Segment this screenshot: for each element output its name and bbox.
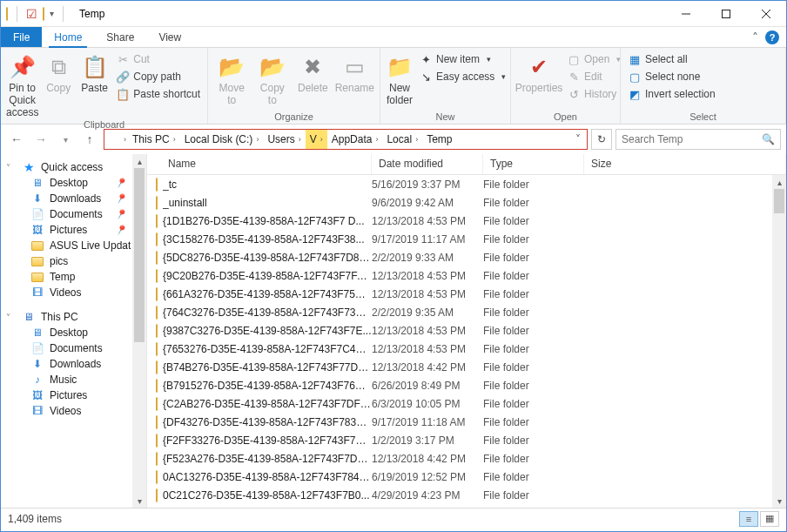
file-row[interactable]: {DF43276-D35E-4139-858A-12F743F78302...9… bbox=[147, 413, 772, 431]
file-row[interactable]: {F2FF33276-D35E-4139-858A-12F743F74F...1… bbox=[147, 431, 772, 449]
forward-button[interactable]: → bbox=[30, 129, 51, 150]
paste-shortcut-button[interactable]: 📋Paste shortcut bbox=[114, 86, 202, 102]
select-all-button[interactable]: ▦Select all bbox=[626, 51, 717, 67]
sidebar-item[interactable]: pics bbox=[1, 253, 146, 269]
column-type[interactable]: Type bbox=[483, 154, 584, 174]
scroll-down-icon[interactable]: ▾ bbox=[132, 494, 146, 508]
file-row[interactable]: {9C20B276-D35E-4139-858A-12F743F7FA...12… bbox=[147, 266, 772, 285]
sidebar-item[interactable]: 🎞Videos bbox=[1, 285, 146, 300]
file-row[interactable]: _uninstall9/6/2019 9:42 AMFile folder bbox=[147, 193, 772, 212]
file-row[interactable]: 0AC13276-D35E-4139-858A-12F743F7841...6/… bbox=[147, 468, 772, 486]
close-button[interactable] bbox=[746, 1, 786, 26]
file-row[interactable]: {B74B276-D35E-4139-858A-12F743F77D1...12… bbox=[147, 358, 772, 376]
breadcrumb-item[interactable]: Local Disk (C:)› bbox=[180, 130, 264, 149]
details-view-button[interactable]: ≡ bbox=[739, 511, 758, 527]
help-icon[interactable]: ? bbox=[765, 30, 779, 44]
cut-button[interactable]: ✂Cut bbox=[114, 51, 202, 67]
tab-file[interactable]: File bbox=[1, 27, 42, 47]
sidebar-item[interactable]: 🖼Pictures bbox=[1, 387, 146, 403]
history-button[interactable]: ↺History bbox=[565, 86, 622, 102]
file-scrollbar[interactable]: ▴ ▾ bbox=[772, 175, 786, 508]
easy-access-button[interactable]: ↘Easy access▾ bbox=[417, 69, 508, 84]
collapse-icon[interactable]: ˅ bbox=[6, 163, 17, 172]
column-date[interactable]: Date modified bbox=[372, 154, 483, 174]
tab-view[interactable]: View bbox=[146, 27, 193, 47]
sidebar-item[interactable]: 📄Documents bbox=[1, 340, 146, 356]
sidebar-item[interactable]: Temp bbox=[1, 269, 146, 285]
sidebar-item[interactable]: 🎞Videos bbox=[1, 403, 146, 419]
file-row[interactable]: 0C21C276-D35E-4139-858A-12F743F7B0...4/2… bbox=[147, 486, 772, 504]
scroll-up-icon[interactable]: ▴ bbox=[132, 154, 146, 168]
address-dropdown-icon[interactable]: ˅ bbox=[569, 133, 587, 145]
tab-share[interactable]: Share bbox=[94, 27, 146, 47]
invert-selection-button[interactable]: ◩Invert selection bbox=[626, 86, 717, 102]
up-button[interactable]: ↑ bbox=[79, 129, 100, 150]
sidebar-scrollbar[interactable]: ▴ ▾ bbox=[132, 154, 146, 508]
file-row[interactable]: {764C3276-D35E-4139-858A-12F743F73E0...2… bbox=[147, 303, 772, 321]
breadcrumb-item[interactable]: AppData› bbox=[327, 130, 383, 149]
search-box[interactable]: 🔍 bbox=[615, 129, 781, 150]
sidebar-item[interactable]: ♪Music bbox=[1, 372, 146, 387]
column-name[interactable]: Name bbox=[147, 154, 372, 174]
file-row[interactable]: {7653276-D35E-4139-858A-12F743F7C4D...12… bbox=[147, 340, 772, 358]
qat-properties-icon[interactable]: ☑ bbox=[26, 7, 37, 21]
back-button[interactable]: ← bbox=[6, 129, 27, 150]
pin-to-quick-access-button[interactable]: 📌 Pin to Quick access bbox=[6, 50, 38, 118]
file-row[interactable]: {1D1B276-D35E-4139-858A-12F743F7 D...12/… bbox=[147, 212, 772, 230]
delete-button[interactable]: ✖Delete bbox=[294, 50, 332, 95]
open-button[interactable]: ▢Open▾ bbox=[565, 51, 622, 67]
file-row[interactable]: {B7915276-D35E-4139-858A-12F743F76A3...6… bbox=[147, 376, 772, 394]
tab-home[interactable]: Home bbox=[42, 27, 94, 47]
file-row[interactable]: {F523A276-D35E-4139-858A-12F743F7D9...12… bbox=[147, 449, 772, 468]
refresh-button[interactable]: ↻ bbox=[591, 129, 612, 150]
breadcrumb-item[interactable]: Users› bbox=[263, 130, 305, 149]
properties-button[interactable]: ✔Properties bbox=[516, 50, 562, 95]
file-row[interactable]: {C2AB276-D35E-4139-858A-12F743F7DFE...6/… bbox=[147, 394, 772, 413]
sidebar-item[interactable]: ⬇Downloads bbox=[1, 356, 146, 372]
new-folder-button[interactable]: 📁New folder bbox=[386, 50, 414, 107]
sidebar-item[interactable]: 🖥Desktop📍 bbox=[1, 175, 146, 191]
collapse-icon[interactable]: ˅ bbox=[6, 313, 17, 322]
select-none-button[interactable]: ▢Select none bbox=[626, 69, 717, 84]
file-row[interactable]: _tc5/16/2019 3:37 PMFile folder bbox=[147, 175, 772, 193]
sidebar-item[interactable]: ASUS Live Updat bbox=[1, 238, 146, 253]
recent-locations-button[interactable]: ▾ bbox=[55, 129, 76, 150]
breadcrumb-item[interactable]: This PC› bbox=[128, 130, 180, 149]
breadcrumb-item[interactable]: Local› bbox=[382, 130, 422, 149]
scrollbar-thumb[interactable] bbox=[134, 168, 145, 342]
file-row[interactable]: {661A3276-D35E-4139-858A-12F743F75AF...1… bbox=[147, 285, 772, 303]
sidebar-this-pc[interactable]: ˅ 🖥 This PC bbox=[1, 309, 146, 325]
paste-button[interactable]: 📋 Paste bbox=[78, 50, 111, 95]
copy-to-button[interactable]: 📂Copy to bbox=[254, 50, 292, 107]
sidebar-item[interactable]: 🖼Pictures📍 bbox=[1, 222, 146, 238]
address-bar[interactable]: › This PC›Local Disk (C:)›Users›V›AppDat… bbox=[104, 129, 588, 150]
sidebar-quick-access[interactable]: ˅ ★ Quick access bbox=[1, 159, 146, 175]
rename-button[interactable]: ▭Rename bbox=[335, 50, 374, 95]
select-none-icon: ▢ bbox=[628, 70, 642, 84]
thumbnails-view-button[interactable]: ▦ bbox=[760, 511, 779, 527]
file-row[interactable]: {3C158276-D35E-4139-858A-12F743F38...9/1… bbox=[147, 230, 772, 248]
move-to-button[interactable]: 📂Move to bbox=[213, 50, 251, 107]
file-row[interactable]: {9387C3276-D35E-4139-858A-12F743F7E...12… bbox=[147, 321, 772, 340]
column-size[interactable]: Size bbox=[584, 154, 786, 174]
breadcrumb-item[interactable]: Temp bbox=[422, 130, 456, 149]
new-item-button[interactable]: ✦New item▾ bbox=[417, 51, 508, 67]
sidebar-item[interactable]: 📄Documents📍 bbox=[1, 206, 146, 222]
scroll-up-icon[interactable]: ▴ bbox=[772, 175, 786, 189]
scrollbar-thumb[interactable] bbox=[774, 189, 784, 213]
file-row[interactable]: {5DC8276-D35E-4139-858A-12F743F7D8A...2/… bbox=[147, 248, 772, 266]
sidebar-item[interactable]: 🖥Desktop bbox=[1, 325, 146, 340]
sidebar-item[interactable]: ⬇Downloads📍 bbox=[1, 191, 146, 206]
downloads-icon: ⬇ bbox=[30, 358, 44, 370]
copy-path-button[interactable]: 🔗Copy path bbox=[114, 69, 202, 84]
qat-dropdown-icon[interactable]: ▾ bbox=[50, 9, 54, 18]
folder-icon bbox=[156, 361, 158, 374]
scroll-down-icon[interactable]: ▾ bbox=[772, 494, 786, 508]
maximize-button[interactable] bbox=[706, 1, 746, 26]
search-input[interactable] bbox=[622, 133, 762, 145]
minimize-button[interactable] bbox=[666, 1, 706, 26]
breadcrumb-item[interactable]: V› bbox=[306, 130, 327, 149]
edit-button[interactable]: ✎Edit bbox=[565, 69, 622, 84]
ribbon-collapse-icon[interactable]: ˄ bbox=[752, 30, 758, 44]
copy-button[interactable]: ⧉ Copy bbox=[42, 50, 74, 95]
